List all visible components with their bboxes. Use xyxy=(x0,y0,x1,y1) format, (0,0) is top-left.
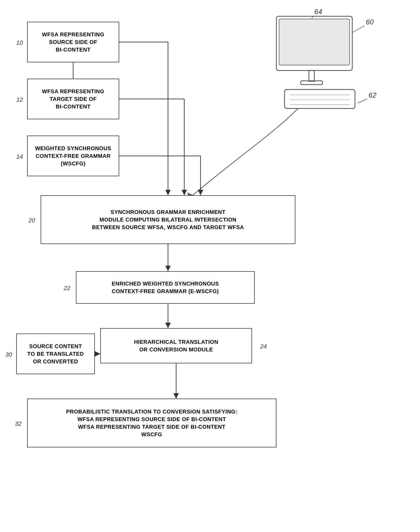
svg-marker-29 xyxy=(173,393,179,399)
box-12: WFSA REPRESENTING TARGET SIDE OF BI-CONT… xyxy=(27,79,119,119)
label-10: 10 xyxy=(16,39,23,46)
svg-marker-27 xyxy=(95,351,100,357)
label-12: 12 xyxy=(16,96,23,103)
label-24: 24 xyxy=(260,343,267,350)
box-32: PROBABILISTIC TRANSLATION TO CONVERSION … xyxy=(27,399,276,447)
svg-rect-4 xyxy=(285,89,355,108)
label-22: 22 xyxy=(64,285,70,292)
label-20: 20 xyxy=(28,217,35,224)
svg-rect-1 xyxy=(279,19,350,65)
svg-rect-3 xyxy=(301,81,322,85)
label-32: 32 xyxy=(15,420,21,427)
svg-marker-25 xyxy=(165,323,171,328)
diagram: 60 64 62 xyxy=(0,0,420,532)
label-64: 64 xyxy=(314,8,322,16)
svg-rect-2 xyxy=(309,70,314,81)
svg-marker-18 xyxy=(182,190,187,195)
svg-line-8 xyxy=(352,26,364,33)
svg-marker-21 xyxy=(198,190,203,195)
box-24: HIERARCHICAL TRANSLATION OR CONVERSION M… xyxy=(100,328,252,363)
box-30: SOURCE CONTENT TO BE TRANSLATED OR CONVE… xyxy=(16,334,95,374)
label-62: 62 xyxy=(369,91,376,99)
box-10: WFSA REPRESENTING SOURCE SIDE OF BI-CONT… xyxy=(27,22,119,62)
box-22: ENRICHED WEIGHTED SYNCHRONOUS CONTEXT-FR… xyxy=(76,271,255,304)
svg-marker-23 xyxy=(165,266,171,271)
svg-rect-0 xyxy=(276,16,352,70)
label-14: 14 xyxy=(16,153,23,160)
label-60: 60 xyxy=(366,18,374,26)
svg-line-9 xyxy=(312,16,314,18)
svg-line-10 xyxy=(358,99,367,103)
label-30: 30 xyxy=(5,351,12,358)
box-20: SYNCHRONOUS GRAMMAR ENRICHMENT MODULE CO… xyxy=(41,195,295,244)
svg-marker-15 xyxy=(165,190,171,195)
box-14: WEIGHTED SYNCHRONOUS CONTEXT-FREE GRAMMA… xyxy=(27,136,119,176)
